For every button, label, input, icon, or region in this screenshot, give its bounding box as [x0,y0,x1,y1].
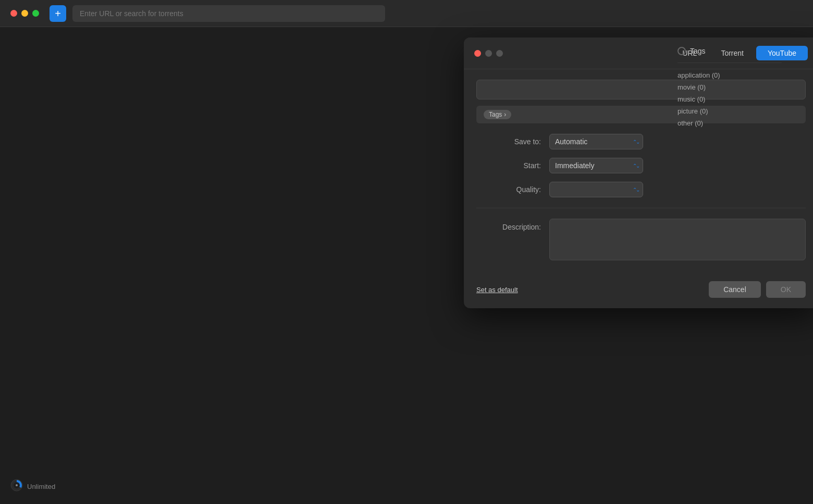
title-bar: + [0,0,813,27]
dialog-footer: Set as default Cancel OK [464,281,813,308]
start-label: Start: [476,161,549,170]
sidebar-divider [678,62,782,63]
quality-select[interactable] [549,182,643,197]
tag-music[interactable]: music (0) [678,93,782,105]
ok-button[interactable]: OK [766,281,806,298]
description-row: Description: [476,219,806,260]
start-select-wrapper: Immediately [549,158,643,173]
tags-section-title: Tags [678,47,782,55]
traffic-lights [10,10,39,17]
quality-select-wrapper [549,182,643,197]
dialog-minimize-button[interactable] [485,50,492,57]
speed-status-label: Unlimited [27,483,55,490]
maximize-button[interactable] [32,10,39,17]
dialog-close-button[interactable] [474,50,481,57]
save-to-label: Save to: [476,137,549,146]
description-label: Description: [476,219,549,231]
sidebar-panel: Tags application (0) movie (0) music (0)… [678,42,782,129]
dialog-traffic-lights [474,50,503,57]
save-to-select-wrapper: Automatic [549,134,643,149]
tags-radio[interactable] [678,47,686,55]
svg-point-2 [16,484,18,486]
quality-row: Quality: [476,182,806,197]
status-bar: Unlimited [10,479,55,494]
tags-label[interactable]: Tags [484,110,511,119]
start-select[interactable]: Immediately [549,158,643,173]
search-input[interactable] [72,5,385,22]
tag-picture[interactable]: picture (0) [678,105,782,117]
form-divider [476,208,806,208]
speed-icon [10,479,23,494]
tag-movie[interactable]: movie (0) [678,81,782,93]
description-textarea[interactable] [549,219,806,260]
footer-buttons: Cancel OK [709,281,806,298]
start-row: Start: Immediately [476,158,806,173]
tag-application[interactable]: application (0) [678,69,782,81]
cancel-button[interactable]: Cancel [709,281,761,298]
main-area: URL Torrent YouTube https://www.youtube.… [0,27,813,504]
tags-section-label: Tags [690,47,706,55]
minimize-button[interactable] [21,10,28,17]
save-to-select[interactable]: Automatic [549,134,643,149]
close-button[interactable] [10,10,17,17]
set-default-button[interactable]: Set as default [476,286,518,294]
add-torrent-button[interactable]: + [50,5,66,22]
dialog-maximize-button[interactable] [496,50,503,57]
save-to-row: Save to: Automatic [476,134,806,149]
tag-other[interactable]: other (0) [678,117,782,129]
quality-label: Quality: [476,185,549,194]
